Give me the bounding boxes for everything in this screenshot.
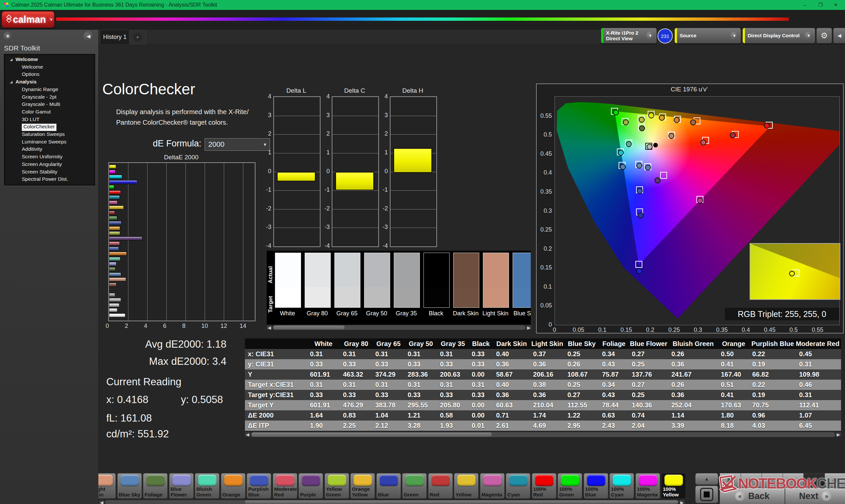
cie-y-tick: 0.4 xyxy=(535,169,552,176)
table-cell: 0.31 xyxy=(372,380,405,390)
next-button[interactable]: Next» xyxy=(785,487,845,504)
sidebar-item-spectral-power-dist-[interactable]: Spectral Power Dist. xyxy=(22,176,68,183)
sidebar-item-dynamic-range[interactable]: Dynamic Range xyxy=(22,86,58,94)
loop-button[interactable]: ∞ xyxy=(782,473,804,487)
expander-triangle-icon[interactable] xyxy=(10,58,13,61)
table-scroll-left-arrow[interactable]: ◀ xyxy=(245,432,250,437)
patch-scroll-left-arrow[interactable]: ◀ xyxy=(99,500,104,504)
table-cell: 0.33 xyxy=(437,359,469,370)
patch-button-blue[interactable]: Blue xyxy=(376,473,401,499)
table-row-label: Target y:CIE31 xyxy=(245,390,307,400)
pattern-window-button[interactable]: ▦ xyxy=(720,473,741,487)
tab-history-1[interactable]: History 1 xyxy=(100,30,130,44)
source-dropdown[interactable]: Source ▼ xyxy=(674,28,741,43)
swatch-scroll-left-arrow[interactable]: ◀ xyxy=(267,325,272,330)
calman-diamond-icon xyxy=(5,14,13,25)
swatch-scrollbar-thumb[interactable] xyxy=(273,326,345,329)
meter-dropdown[interactable]: X-Rite i1Pro 2 Direct View ▼ xyxy=(601,28,657,43)
table-scroll-right-arrow[interactable]: ▶ xyxy=(836,432,841,437)
back-button[interactable]: «Back xyxy=(720,487,785,504)
patch-button-orange-yellow[interactable]: Orange Yellow xyxy=(350,473,375,499)
close-button[interactable]: ✕ xyxy=(828,0,843,10)
patch-button-100-green[interactable]: 100% Green xyxy=(558,473,582,499)
cie-measured-yellow-green xyxy=(623,120,629,125)
patch-scroll-right-arrow[interactable]: ▶ xyxy=(679,500,685,504)
sidebar-item-3d-lut[interactable]: 3D LUT xyxy=(22,116,39,124)
table-col-header: Blue Sky xyxy=(564,338,599,349)
sidebar-item-saturation-sweeps[interactable]: Saturation Sweeps xyxy=(22,131,65,139)
patch-row-up-button[interactable]: ▲ xyxy=(695,473,718,485)
patch-button-purplish-blue[interactable]: Purplish Blue xyxy=(247,473,271,499)
display-control-dropdown[interactable]: Direct Display Control ▼ xyxy=(742,28,815,43)
play-button[interactable]: ▶ xyxy=(741,473,762,487)
patch-button-100-yellow[interactable]: 100% Yellow xyxy=(661,473,686,499)
stop-measure-button[interactable] xyxy=(695,486,718,503)
patch-button-cyan[interactable]: Cyan xyxy=(506,473,530,499)
table-cell: 0.33 xyxy=(340,359,372,370)
minimize-button[interactable]: ─ xyxy=(797,0,812,10)
swatch-scroll-right-arrow[interactable]: ▶ xyxy=(526,325,531,330)
sidebar-collapse-button[interactable]: ◀ xyxy=(83,31,94,41)
refresh-button[interactable]: ↻ xyxy=(804,473,825,487)
table-scrollbar-thumb[interactable] xyxy=(251,432,492,437)
patch-button-blue-sky[interactable]: Blue Sky xyxy=(117,473,142,499)
sidebar-item-grayscale-2pt[interactable]: Grayscale - 2pt xyxy=(22,94,56,101)
patch-button-orange[interactable]: Orange xyxy=(221,473,246,499)
table-row-label: Target x:CIE31 xyxy=(245,380,307,390)
patch-button-magenta[interactable]: Magenta xyxy=(480,473,505,499)
sidebar-item-analysis[interactable]: Analysis xyxy=(16,79,37,86)
pattern-insert-button[interactable]: ⊞ xyxy=(761,473,783,487)
patch-scrollbar-thumb[interactable] xyxy=(245,500,678,504)
patch-button-100-magenta[interactable]: 100% Magenta xyxy=(635,473,660,499)
patch-chip xyxy=(99,475,113,486)
cie-measured-orange-yellow xyxy=(659,115,665,121)
patch-button-100-blue[interactable]: 100% Blue xyxy=(584,473,608,499)
table-cell: 252.04 xyxy=(668,400,718,410)
patch-button-yellow[interactable]: Yellow xyxy=(454,473,479,499)
sidebar-item-welcome[interactable]: Welcome xyxy=(22,64,43,71)
deltae-bar-cyan xyxy=(109,195,120,199)
patch-button-red[interactable]: Red xyxy=(428,473,453,499)
patch-button-bluish-green[interactable]: Bluish Green xyxy=(195,473,219,499)
expander-triangle-icon[interactable] xyxy=(10,81,13,84)
table-col-header: Dark Skin xyxy=(493,338,530,349)
patch-button-light-skin[interactable]: Light Skin xyxy=(99,473,116,499)
deltae-bar-magenta xyxy=(109,200,118,204)
sidebar-item-screen-uniformity[interactable]: Screen Uniformity xyxy=(22,154,63,161)
patch-button-moderate-red[interactable]: Moderate Red xyxy=(272,473,297,499)
sidebar-item-screen-angularity[interactable]: Screen Angularity xyxy=(22,161,62,168)
patch-button-100-cyan[interactable]: 100% Cyan xyxy=(609,473,634,499)
sidebar-item-additivity[interactable]: Additivity xyxy=(22,146,42,154)
sidebar-orb-button[interactable] xyxy=(3,32,13,41)
patch-button-100-red[interactable]: 100% Red xyxy=(532,473,557,499)
patch-button-purple[interactable]: Purple xyxy=(298,473,323,499)
table-cell: 283.36 xyxy=(405,370,437,380)
y-tick: 1 xyxy=(262,149,271,156)
gridline xyxy=(147,163,147,321)
add-tab-button[interactable]: + xyxy=(129,30,146,44)
patch-button-blue-flower[interactable]: Blue Flower xyxy=(169,473,194,499)
de-formula-select[interactable]: 2000 ▼ xyxy=(205,138,270,151)
sidebar-item-colorchecker[interactable]: ColorChecker xyxy=(22,124,56,131)
sidebar-item-options[interactable]: Options xyxy=(22,71,39,78)
sidebar-item-screen-stability[interactable]: Screen Stability xyxy=(22,169,57,176)
table-col-header: White xyxy=(307,338,340,349)
patch-button-green[interactable]: Green xyxy=(402,473,427,499)
sidebar-item-luminance-sweeps[interactable]: Luminance Sweeps xyxy=(22,139,66,146)
sidebar-item-grayscale-multi[interactable]: Grayscale - Multi xyxy=(22,101,60,109)
patch-button-foliage[interactable]: Foliage xyxy=(143,473,168,499)
patch-button-yellow-green[interactable]: Yellow Green xyxy=(324,473,349,499)
table-cell: 0.31 xyxy=(372,349,405,359)
calman-menu-button[interactable]: calman ▼ xyxy=(2,11,54,28)
maximize-button[interactable]: ❐ xyxy=(813,0,828,10)
swatch-row-label-actual: Actual xyxy=(267,260,274,290)
table-cell: 241.67 xyxy=(668,370,718,380)
patch-chip xyxy=(613,475,631,486)
settings-button[interactable]: ⚙ xyxy=(816,28,832,43)
collapse-right-panel-button[interactable]: ◀ xyxy=(833,28,845,43)
profile-button[interactable]: ◉ xyxy=(825,473,845,487)
gridline xyxy=(274,134,320,134)
sidebar-item-color-gamut[interactable]: Color Gamut xyxy=(22,109,51,116)
patch-chip xyxy=(353,475,372,486)
sidebar-item-welcome[interactable]: Welcome xyxy=(16,56,38,64)
